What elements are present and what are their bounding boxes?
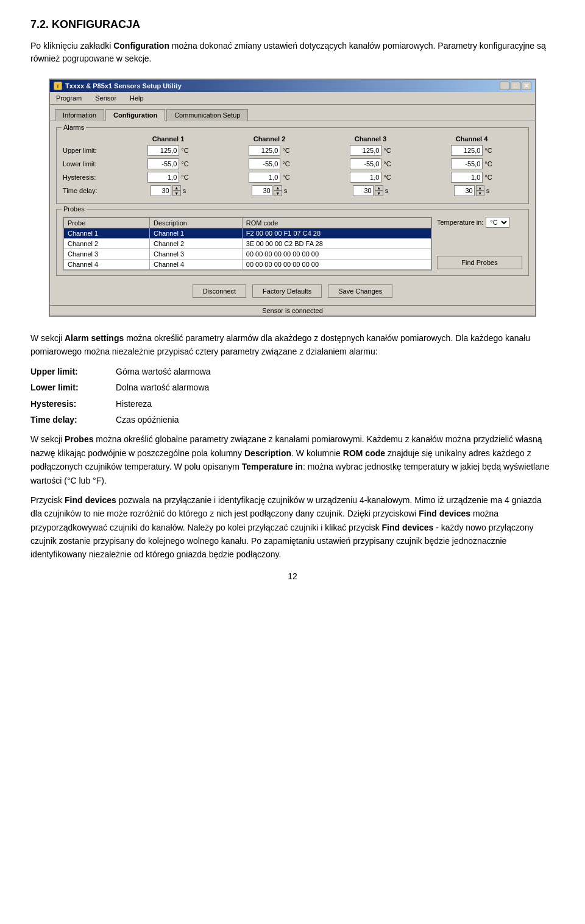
probe-row-1[interactable]: Channel 1 Channel 1 F2 00 00 00 F1 07 C4… [64, 228, 431, 239]
time-delay-ch3-down[interactable]: ▼ [375, 191, 383, 196]
temp-in-select[interactable]: °C °F [486, 217, 509, 228]
lower-limit-ch2-input[interactable] [249, 158, 280, 169]
tab-configuration[interactable]: Configuration [105, 109, 165, 121]
probes-section-label: Probes [62, 205, 87, 213]
time-delay-ch3-input[interactable] [353, 185, 374, 196]
menu-program[interactable]: Program [52, 93, 85, 103]
dialog-title: Txxxx & P85x1 Sensors Setup Utility [65, 82, 182, 90]
upper-limit-ch2-input[interactable] [249, 145, 280, 156]
hysteresis-ch1-unit: °C [181, 174, 188, 181]
probes-table-col: Probe Description ROM code Channel 1 Cha… [63, 217, 432, 270]
hysteresis-ch4-unit: °C [484, 174, 492, 181]
status-text: Sensor is connected [262, 307, 323, 314]
hysteresis-row: Hysteresis: °C °C °C °C [63, 172, 522, 183]
term-time-delay: Time delay: Czas opóźnienia [30, 413, 555, 426]
description-section: W sekcji Alarm settings można określić p… [30, 331, 555, 562]
lower-limit-ch2-unit: °C [282, 160, 289, 168]
time-delay-ch3-cell: ▲ ▼ s [320, 185, 421, 196]
hysteresis-ch3-input[interactable] [350, 172, 381, 183]
factory-defaults-button[interactable]: Factory Defaults [252, 284, 322, 298]
upper-limit-row: Upper limit: °C °C °C ° [63, 145, 522, 156]
term-hysteresis: Hysteresis: Histereza [30, 397, 555, 411]
lower-limit-ch3-input[interactable] [350, 158, 381, 169]
alarms-header-row: Channel 1 Channel 2 Channel 3 Channel 4 [63, 135, 522, 143]
maximize-button[interactable]: □ [511, 82, 520, 90]
upper-limit-ch4-input[interactable] [451, 145, 483, 156]
probe-row-3[interactable]: Channel 3 Channel 3 00 00 00 00 00 00 00… [64, 249, 431, 259]
find-probes-button[interactable]: Find Probes [437, 256, 522, 269]
col-header-ch3: Channel 3 [320, 135, 421, 143]
time-delay-ch1-spinner: ▲ ▼ [151, 185, 181, 196]
time-delay-ch4-up[interactable]: ▲ [476, 185, 484, 191]
time-delay-ch2-up[interactable]: ▲ [274, 185, 282, 191]
probes-table-wrapper: Probe Description ROM code Channel 1 Cha… [63, 217, 432, 270]
probes-para: W sekcji Probes można określić globalne … [30, 432, 555, 487]
time-delay-ch4-unit: s [486, 187, 490, 194]
upper-limit-ch1-input[interactable] [147, 145, 179, 156]
time-delay-ch2-spinner-btns: ▲ ▼ [274, 185, 282, 196]
hysteresis-ch2-input[interactable] [249, 172, 280, 183]
probe-row-2-rom: 3E 00 00 00 C2 BD FA 28 [242, 239, 431, 249]
app-icon: T [54, 82, 62, 90]
time-delay-ch4-down[interactable]: ▼ [476, 191, 484, 196]
menubar: Program Sensor Help [50, 92, 535, 105]
time-delay-ch3-spinner-btns: ▲ ▼ [375, 185, 383, 196]
probes-section: Probes Probe Description ROM code [56, 209, 529, 276]
time-delay-ch3-spinner: ▲ ▼ [353, 185, 383, 196]
minimize-button[interactable]: _ [500, 82, 509, 90]
upper-limit-ch3-cell: °C [320, 145, 421, 156]
lower-limit-ch3-cell: °C [320, 158, 421, 169]
upper-limit-ch4-unit: °C [484, 147, 492, 154]
hysteresis-ch3-unit: °C [383, 174, 391, 181]
time-delay-ch1-spinner-btns: ▲ ▼ [172, 185, 181, 196]
alarms-section: Alarms Channel 1 Channel 2 Channel 3 Cha… [56, 127, 529, 204]
tab-communication-setup[interactable]: Communication Setup [166, 109, 248, 121]
alarms-section-label: Alarms [62, 124, 86, 131]
hysteresis-ch1-input[interactable] [147, 172, 179, 183]
probe-row-2[interactable]: Channel 2 Channel 2 3E 00 00 00 C2 BD FA… [64, 239, 431, 249]
time-delay-ch4-input[interactable] [454, 185, 475, 196]
menu-sensor[interactable]: Sensor [91, 93, 120, 103]
term-lower-limit-value: Dolna wartość alarmowa [116, 381, 555, 394]
time-delay-ch1-input[interactable] [151, 185, 171, 196]
term-upper-limit-label: Upper limit: [30, 365, 116, 378]
time-delay-ch2-input[interactable] [252, 185, 272, 196]
lower-limit-ch4-unit: °C [484, 160, 492, 168]
hysteresis-ch4-input[interactable] [451, 172, 483, 183]
time-delay-ch3-up[interactable]: ▲ [375, 185, 383, 191]
upper-limit-ch4-cell: °C [421, 145, 522, 156]
menu-help[interactable]: Help [126, 93, 147, 103]
status-bar: Sensor is connected [50, 305, 535, 316]
time-delay-ch2-down[interactable]: ▼ [274, 191, 282, 196]
upper-limit-label: Upper limit: [63, 147, 118, 154]
lower-limit-ch2-cell: °C [219, 158, 320, 169]
save-changes-button[interactable]: Save Changes [328, 284, 392, 298]
probe-row-4[interactable]: Channel 4 Channel 4 00 00 00 00 00 00 00… [64, 259, 431, 270]
hysteresis-label: Hysteresis: [63, 174, 118, 181]
probe-row-1-probe: Channel 1 [64, 228, 150, 239]
upper-limit-ch1-unit: °C [181, 147, 188, 154]
hysteresis-ch2-cell: °C [219, 172, 320, 183]
lower-limit-ch4-input[interactable] [451, 158, 483, 169]
term-time-delay-label: Time delay: [30, 413, 116, 426]
page-number: 12 [30, 571, 555, 581]
time-delay-ch2-spinner: ▲ ▼ [252, 185, 282, 196]
intro-paragraph: Po kliknięciu zakładki Configuration moż… [30, 40, 555, 65]
time-delay-label: Time delay: [63, 187, 118, 194]
terms-list: Upper limit: Górna wartość alarmowa Lowe… [30, 365, 555, 427]
term-upper-limit-value: Górna wartość alarmowa [116, 365, 555, 378]
disconnect-button[interactable]: Disconnect [193, 284, 246, 298]
term-time-delay-value: Czas opóźnienia [116, 413, 555, 426]
probe-row-2-probe: Channel 2 [64, 239, 150, 249]
tab-information[interactable]: Information [55, 109, 104, 121]
hysteresis-ch2-unit: °C [282, 174, 289, 181]
hysteresis-ch4-cell: °C [421, 172, 522, 183]
close-button[interactable]: ✕ [522, 82, 531, 90]
upper-limit-ch2-cell: °C [219, 145, 320, 156]
time-delay-ch1-up[interactable]: ▲ [172, 185, 181, 191]
upper-limit-ch3-input[interactable] [350, 145, 381, 156]
probe-row-3-description: Channel 3 [149, 249, 242, 259]
lower-limit-ch1-input[interactable] [147, 158, 179, 169]
time-delay-ch1-down[interactable]: ▼ [172, 191, 181, 196]
time-delay-ch2-unit: s [284, 187, 288, 194]
